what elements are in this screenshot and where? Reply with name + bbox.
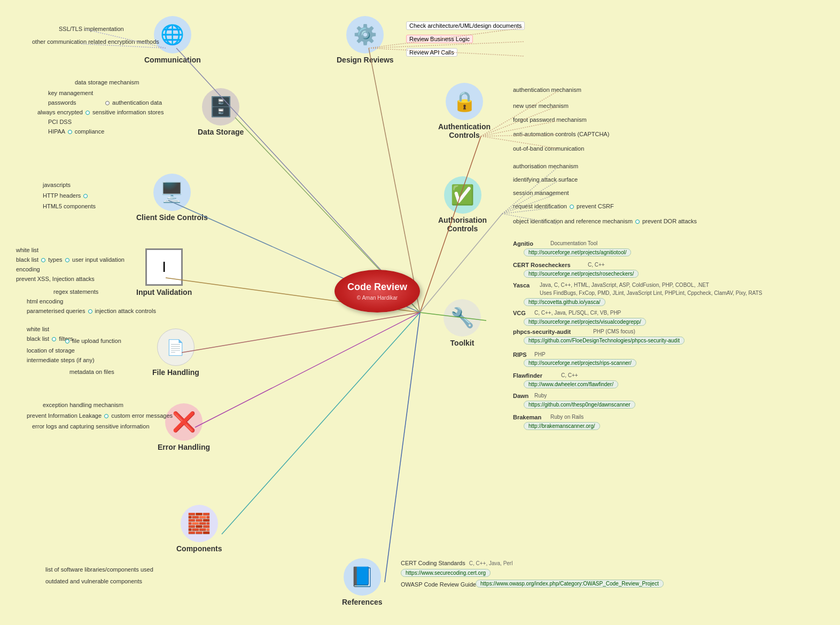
references-label: References bbox=[342, 598, 383, 606]
svg-line-9 bbox=[222, 312, 420, 534]
ref-item-2: OWASP Code Review Guide bbox=[401, 581, 484, 588]
comm-item-2: other communication related encryption m… bbox=[32, 38, 159, 45]
center-title: Code Review bbox=[347, 282, 407, 293]
tool-flawfinder: Flawfinder bbox=[513, 372, 542, 379]
center-subtitle: © Aman Hardikar bbox=[357, 295, 398, 301]
auth2-controls-branch: ✅ AuthorisationControls bbox=[438, 176, 487, 233]
fh-item-1: white list bbox=[27, 326, 49, 332]
design-item-2: Review Business Logic bbox=[406, 35, 473, 43]
error-handling-icon: ❌ bbox=[165, 403, 203, 441]
file-handling-icon: 📄 bbox=[157, 329, 195, 366]
toolkit-label: Toolkit bbox=[450, 339, 475, 347]
center-node: Code Review © Aman Hardikar bbox=[335, 270, 420, 312]
iv-item-1: white list bbox=[16, 247, 38, 253]
components-icon: 🧱 bbox=[181, 505, 218, 542]
iv-item-7: html encoding bbox=[27, 298, 64, 304]
mind-map: Code Review © Aman Hardikar 🌐 Communicat… bbox=[0, 0, 840, 625]
error-handling-branch: ❌ Error Handling bbox=[158, 403, 210, 451]
auth-item-3: forgot password mechanism bbox=[513, 116, 587, 123]
ds-item-1: data storage mechanism bbox=[75, 79, 139, 85]
data-storage-label: Data Storage bbox=[198, 128, 244, 136]
ds-item-3: passwords bbox=[48, 99, 76, 106]
design-reviews-label: Design Reviews bbox=[337, 56, 394, 64]
tool-phpcs-lang: PHP (CMS focus) bbox=[593, 329, 635, 334]
tool-agnitio-url[interactable]: http://sourceforge.net/projects/agnitiot… bbox=[524, 248, 631, 256]
iv-item-5: prevent XSS, Injection attacks bbox=[16, 276, 95, 282]
tool-vcg-lang: C, C++, Java, PL/SQL, C#, VB, PHP bbox=[534, 310, 621, 316]
auth2-item-3: session management bbox=[513, 190, 569, 196]
iv-item-6: regex statements bbox=[53, 288, 98, 295]
data-storage-branch: 🗄️ Data Storage bbox=[198, 88, 244, 136]
ds-item-5: always encrypted sensitive information s… bbox=[37, 109, 164, 115]
fh-item-6: metadata on files bbox=[69, 369, 114, 375]
cs-item-3: HTML5 components bbox=[43, 203, 96, 209]
auth-controls-branch: 🔒 AuthenticationControls bbox=[438, 83, 491, 139]
components-label: Components bbox=[176, 544, 222, 553]
cs-item-1: javascripts bbox=[43, 182, 71, 188]
tool-brakeman-lang: Ruby on Rails bbox=[550, 414, 584, 420]
ref-url-1[interactable]: https://www.securecoding.cert.org bbox=[401, 569, 491, 577]
svg-line-7 bbox=[182, 312, 420, 353]
iv-item-2: black list types bbox=[16, 256, 63, 263]
tool-rips-url[interactable]: http://sourceforge.net/projects/rips-sca… bbox=[524, 359, 636, 367]
ref-url-2[interactable]: https://www.owasp.org/index.php/Category… bbox=[476, 580, 664, 588]
comm-item-1: SSL/TLS implementation bbox=[59, 26, 124, 32]
iv-item-8: parameterised queries injection attack c… bbox=[27, 308, 156, 314]
eh-item-3: error logs and capturing sensitive infor… bbox=[32, 423, 150, 429]
auth-item-2: new user mechanism bbox=[513, 103, 569, 109]
auth-item-4: anti-automation controls (CAPTCHA) bbox=[513, 131, 609, 137]
design-reviews-branch: ⚙️ Design Reviews bbox=[337, 16, 394, 64]
client-side-label: Client Side Controls bbox=[136, 213, 208, 222]
tool-cert-lang: C, C++ bbox=[588, 262, 605, 268]
input-validation-branch: I Input Validation bbox=[136, 248, 192, 296]
auth2-item-1: authorisation mechanism bbox=[513, 163, 578, 169]
tool-dawn: Dawn bbox=[513, 393, 528, 399]
auth2-item-2: identifying attack surface bbox=[513, 176, 578, 183]
tool-rips: RIPS bbox=[513, 351, 527, 358]
data-storage-icon: 🗄️ bbox=[202, 88, 239, 126]
iv-item-4: user input validation bbox=[64, 256, 125, 263]
fh-item-4: location of storage bbox=[27, 347, 75, 354]
svg-line-10 bbox=[385, 312, 420, 582]
auth-item-1: authentication mechanism bbox=[513, 87, 581, 93]
file-handling-branch: 📄 File Handling bbox=[152, 329, 199, 377]
iv-item-3: encoding bbox=[16, 266, 40, 272]
tool-phpcs: phpcs-security-audit bbox=[513, 329, 571, 335]
communication-label: Communication bbox=[144, 56, 201, 64]
input-validation-label: Input Validation bbox=[136, 288, 192, 296]
fh-item-3: file upload function bbox=[64, 338, 121, 344]
auth-item-5: out-of-band communication bbox=[513, 145, 584, 152]
error-handling-label: Error Handling bbox=[158, 443, 210, 451]
cs-item-2: HTTP headers bbox=[43, 192, 89, 199]
toolkit-icon: 🔧 bbox=[444, 299, 481, 337]
tool-vcg-url[interactable]: http://sourceforge.net/projects/visualco… bbox=[524, 318, 646, 326]
auth-controls-label: AuthenticationControls bbox=[438, 122, 491, 139]
ds-item-7: HIPAA compliance bbox=[48, 128, 104, 135]
references-branch: 📘 References bbox=[342, 558, 383, 606]
ds-item-2: key management bbox=[48, 90, 93, 96]
tool-flawfinder-lang: C, C++ bbox=[561, 372, 578, 378]
tool-cert-url[interactable]: http://sourceforge.net/projects/rosechec… bbox=[524, 270, 639, 278]
input-validation-icon: I bbox=[145, 248, 183, 286]
tool-brakeman: Brakeman bbox=[513, 414, 541, 420]
eh-item-2: prevent Information Leakage custom error… bbox=[27, 412, 173, 419]
ds-item-6: PCI DSS bbox=[48, 119, 72, 125]
toolkit-branch: 🔧 Toolkit bbox=[444, 299, 481, 347]
communication-icon: 🌐 bbox=[154, 16, 191, 53]
tool-brakeman-url[interactable]: http://brakemanscanner.org/ bbox=[524, 422, 600, 430]
tool-flawfinder-url[interactable]: http://www.dwheeler.com/flawfinder/ bbox=[524, 380, 618, 388]
file-handling-label: File Handling bbox=[152, 368, 199, 377]
tool-vcg: VCG bbox=[513, 310, 526, 316]
tool-phpcs-url[interactable]: https://github.com/FloeDesignTechnologie… bbox=[524, 337, 685, 345]
ds-item-4: authentication data bbox=[104, 99, 162, 106]
tool-yasca: Yasca bbox=[513, 282, 530, 288]
auth-controls-icon: 🔒 bbox=[446, 83, 483, 120]
client-side-icon: 🖥️ bbox=[153, 174, 191, 211]
tool-agnitio-lang: Documentation Tool bbox=[550, 240, 597, 246]
tool-dawn-url[interactable]: https://github.com/thesp0nge/dawnscanner bbox=[524, 401, 635, 409]
tool-dawn-lang: Ruby bbox=[534, 393, 547, 399]
auth2-item-5: object identification and reference mech… bbox=[513, 218, 697, 224]
tool-yasca-desc: Uses FindBugs, FxCop, PMD, JLint, JavaSc… bbox=[540, 290, 762, 296]
tool-yasca-url[interactable]: http://scovetta.github.io/yasca/ bbox=[524, 298, 605, 306]
references-icon: 📘 bbox=[344, 558, 381, 596]
